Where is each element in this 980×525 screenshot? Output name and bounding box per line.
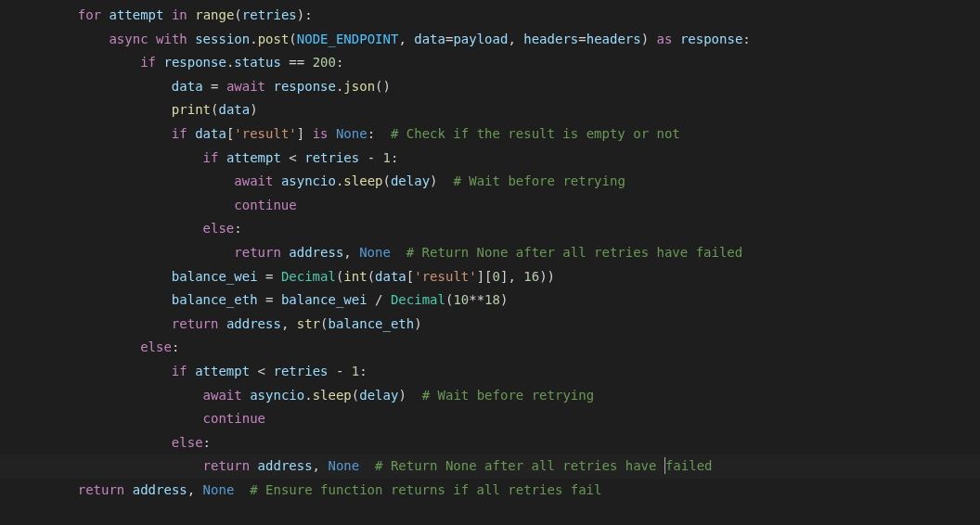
class-decimal: Decimal bbox=[391, 292, 445, 307]
code-line[interactable]: return address, None # Return None after… bbox=[0, 241, 980, 265]
code-line[interactable]: if attempt < retries - 1: bbox=[0, 147, 980, 171]
variable: address bbox=[289, 245, 343, 260]
keyword-await: await bbox=[226, 79, 265, 94]
number: 1 bbox=[383, 150, 391, 165]
number: 10 bbox=[453, 292, 469, 307]
method: sleep bbox=[313, 388, 352, 403]
code-line[interactable]: for attempt in range(retries): bbox=[0, 4, 980, 28]
code-line[interactable]: continue bbox=[0, 194, 980, 218]
attribute: status bbox=[234, 55, 281, 70]
comment: # Ensure function returns if all retries… bbox=[250, 482, 601, 497]
code-line[interactable]: if response.status == 200: bbox=[0, 51, 980, 75]
code-line[interactable]: balance_wei = Decimal(int(data['result']… bbox=[0, 265, 980, 289]
variable: response bbox=[273, 79, 335, 94]
method: json bbox=[343, 79, 375, 94]
variable: balance_eth bbox=[328, 316, 414, 331]
variable: balance_wei bbox=[172, 269, 258, 284]
code-line[interactable]: return address, None # Ensure function r… bbox=[0, 479, 980, 503]
variable: asyncio bbox=[250, 388, 304, 403]
string: 'result' bbox=[414, 269, 476, 284]
comment: # Return None after all retries have fai… bbox=[406, 245, 742, 260]
variable: data bbox=[195, 126, 226, 141]
method: post bbox=[258, 32, 290, 46]
code-line[interactable]: return address, None # Return None after… bbox=[0, 455, 980, 479]
keyword-as: as bbox=[657, 32, 673, 46]
variable: data bbox=[172, 79, 203, 94]
keyword-for: for bbox=[78, 7, 101, 22]
builtin-str: str bbox=[297, 316, 320, 331]
code-editor[interactable]: for attempt in range(retries): async wit… bbox=[0, 0, 980, 502]
comment: # Return None after all retries have fai… bbox=[375, 458, 712, 473]
keyword-else: else bbox=[140, 339, 172, 354]
method: sleep bbox=[343, 173, 382, 188]
none-literal: None bbox=[336, 126, 368, 141]
keyword-is: is bbox=[313, 126, 329, 141]
code-line[interactable]: if data['result'] is None: # Check if th… bbox=[0, 122, 980, 147]
variable: attempt bbox=[109, 7, 163, 22]
variable: retries bbox=[273, 364, 328, 378]
variable: address bbox=[258, 458, 313, 473]
variable: headers bbox=[587, 32, 641, 46]
comment: # Wait before retrying bbox=[422, 388, 594, 403]
variable: response bbox=[163, 55, 226, 70]
variable: data bbox=[375, 269, 406, 284]
code-line[interactable]: else: bbox=[0, 336, 980, 360]
none-literal: None bbox=[328, 458, 359, 473]
keyword-if: if bbox=[172, 126, 187, 141]
keyword-return: return bbox=[234, 245, 281, 260]
builtin-int: int bbox=[343, 269, 367, 284]
variable: balance_wei bbox=[281, 292, 368, 307]
variable: asyncio bbox=[281, 173, 336, 188]
variable: delay bbox=[359, 388, 398, 403]
variable: delay bbox=[391, 173, 430, 188]
number: 0 bbox=[493, 269, 500, 284]
keyword-if: if bbox=[140, 55, 156, 70]
none-literal: None bbox=[203, 482, 235, 497]
code-line[interactable]: async with session.post(NODE_ENDPOINT, d… bbox=[0, 28, 980, 52]
number: 18 bbox=[484, 292, 500, 307]
variable: session bbox=[195, 32, 250, 46]
string: 'result' bbox=[234, 126, 296, 141]
keyword-with: with bbox=[156, 32, 187, 46]
variable: response bbox=[680, 32, 742, 46]
param: headers bbox=[523, 32, 578, 46]
code-line[interactable]: continue bbox=[0, 407, 980, 431]
keyword-continue: continue bbox=[234, 198, 296, 212]
comment: # Check if the result is empty or not bbox=[391, 126, 680, 141]
variable: address bbox=[133, 482, 187, 497]
code-line[interactable]: await asyncio.sleep(delay) # Wait before… bbox=[0, 170, 980, 194]
keyword-if: if bbox=[172, 364, 187, 378]
code-line[interactable]: print(data) bbox=[0, 98, 980, 122]
keyword-if: if bbox=[203, 150, 219, 165]
keyword-await: await bbox=[234, 173, 273, 188]
keyword-in: in bbox=[172, 7, 187, 22]
builtin-print: print bbox=[172, 102, 211, 117]
variable: attempt bbox=[226, 150, 281, 165]
none-literal: None bbox=[359, 245, 391, 260]
constant: NODE_ENDPOINT bbox=[297, 32, 399, 46]
builtin-range: range bbox=[195, 7, 234, 22]
code-line[interactable]: if attempt < retries - 1: bbox=[0, 360, 980, 384]
variable: data bbox=[218, 102, 250, 117]
code-line[interactable]: await asyncio.sleep(delay) # Wait before… bbox=[0, 384, 980, 408]
code-line[interactable]: data = await response.json() bbox=[0, 75, 980, 99]
variable: attempt bbox=[195, 364, 250, 378]
variable: address bbox=[226, 316, 281, 331]
param: data bbox=[414, 32, 445, 46]
variable: retries bbox=[304, 150, 359, 165]
keyword-return: return bbox=[203, 458, 251, 473]
variable: balance_eth bbox=[172, 292, 258, 307]
keyword-await: await bbox=[203, 388, 242, 403]
keyword-else: else bbox=[172, 435, 203, 450]
code-line[interactable]: else: bbox=[0, 431, 980, 455]
code-line[interactable]: return address, str(balance_eth) bbox=[0, 313, 980, 337]
keyword-return: return bbox=[78, 482, 125, 497]
number: 16 bbox=[523, 269, 539, 284]
code-line[interactable]: else: bbox=[0, 217, 980, 241]
number: 1 bbox=[352, 364, 359, 378]
keyword-async: async bbox=[109, 32, 148, 46]
keyword-else: else bbox=[203, 221, 235, 236]
code-line[interactable]: balance_eth = balance_wei / Decimal(10**… bbox=[0, 288, 980, 313]
keyword-return: return bbox=[172, 316, 219, 331]
comment: # Wait before retrying bbox=[453, 173, 625, 188]
